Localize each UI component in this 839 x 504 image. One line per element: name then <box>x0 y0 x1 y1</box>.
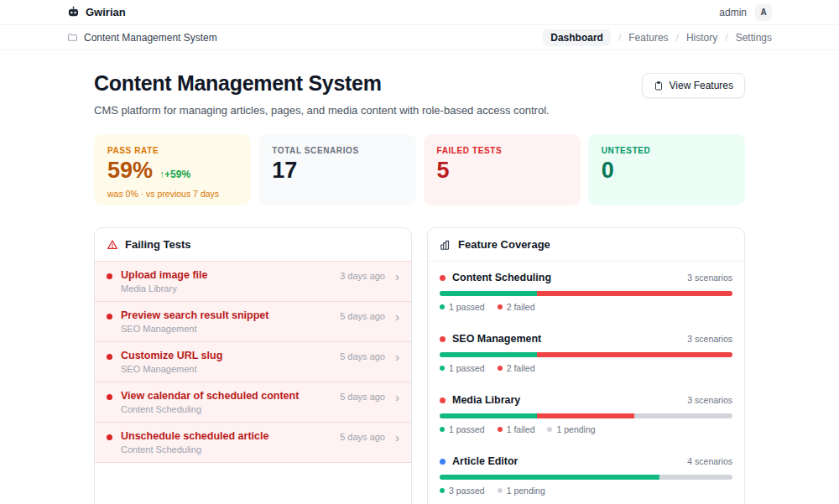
legend-label: 1 passed <box>449 363 485 373</box>
coverage-bar-segment <box>537 291 732 296</box>
failing-test-item[interactable]: Unschedule scheduled article Content Sch… <box>95 422 411 463</box>
feature-scenario-count: 4 scenarios <box>687 456 732 466</box>
failing-test-feature: Media Library <box>121 283 340 294</box>
failing-test-feature: SEO Management <box>121 324 340 334</box>
failing-test-item[interactable]: Customize URL slug SEO Management 5 days… <box>95 341 411 382</box>
nav-separator: / <box>725 32 727 44</box>
coverage-row: SEO Management 3 scenarios 1 passed2 fai… <box>428 323 744 384</box>
nav-separator: / <box>676 32 679 44</box>
legend-dot-icon <box>498 366 503 371</box>
chevron-right-icon: › <box>395 431 399 444</box>
avatar[interactable]: A <box>755 4 772 21</box>
breadcrumb[interactable]: Content Management System <box>67 32 217 44</box>
legend-dot-icon <box>440 304 445 309</box>
coverage-bar-segment <box>440 413 537 418</box>
feature-status-dot-icon <box>440 397 446 403</box>
coverage-legend: 1 passed2 failed <box>440 302 732 312</box>
stat-label: PASS RATE <box>107 146 237 155</box>
failing-tests-list: Upload image file Media Library 3 days a… <box>95 261 411 463</box>
brand[interactable]: Gwirian <box>67 6 126 18</box>
folder-icon <box>67 32 78 43</box>
stat-card-failed-tests: FAILED TESTS 5 <box>424 134 581 205</box>
stat-value: 59% <box>107 158 153 184</box>
chevron-right-icon: › <box>395 310 399 323</box>
stat-label: UNTESTED <box>602 146 732 155</box>
chevron-right-icon: › <box>395 391 399 403</box>
failing-test-time: 5 days ago <box>340 311 385 321</box>
feature-coverage-list: Content Scheduling 3 scenarios 1 passed2… <box>428 262 744 504</box>
coverage-bar-segment <box>537 352 732 357</box>
failed-status-dot-icon <box>107 314 112 320</box>
legend-item: 2 failed <box>498 363 535 373</box>
coverage-legend: 3 passed1 pending <box>440 486 732 496</box>
nav-history[interactable]: History <box>686 32 717 44</box>
feature-status-dot-icon <box>440 275 446 281</box>
coverage-bar-segment <box>440 352 537 357</box>
failing-test-item[interactable]: Preview search result snippet SEO Manage… <box>95 301 411 341</box>
legend-item: 3 passed <box>440 486 485 496</box>
failing-test-item[interactable]: Upload image file Media Library 3 days a… <box>95 261 411 301</box>
feature-status-dot-icon <box>440 336 446 342</box>
legend-item: 1 passed <box>440 424 485 434</box>
legend-dot-icon <box>498 304 503 309</box>
feature-scenario-count: 3 scenarios <box>687 395 732 405</box>
legend-item: 2 failed <box>498 302 535 312</box>
failing-test-name: Upload image file <box>121 269 340 281</box>
view-features-button[interactable]: View Features <box>642 73 745 98</box>
stat-card-total-scenarios: TOTAL SCENARIOS 17 <box>258 134 415 205</box>
stat-value: 0 <box>602 158 614 184</box>
legend-dot-icon <box>440 488 445 493</box>
coverage-progress-bar <box>440 475 732 480</box>
legend-label: 2 failed <box>507 302 535 312</box>
feature-scenario-count: 3 scenarios <box>687 273 732 283</box>
legend-item: 1 failed <box>498 424 535 434</box>
coverage-row: Content Scheduling 3 scenarios 1 passed2… <box>428 262 744 323</box>
nav-settings[interactable]: Settings <box>736 32 772 44</box>
sub-bar: Content Management System Dashboard / Fe… <box>0 25 839 50</box>
legend-label: 1 failed <box>507 424 535 434</box>
bar-chart-icon <box>440 239 451 251</box>
failing-test-time: 5 days ago <box>340 351 385 361</box>
failed-status-dot-icon <box>107 394 112 400</box>
failing-test-name: Unschedule scheduled article <box>121 430 340 442</box>
legend-item: 1 pending <box>547 424 595 434</box>
warning-triangle-icon <box>107 239 118 251</box>
coverage-bar-segment <box>537 413 634 418</box>
legend-dot-icon <box>498 488 503 493</box>
failing-test-item[interactable]: View calendar of scheduled content Conte… <box>95 382 411 422</box>
legend-dot-icon <box>547 427 552 432</box>
feature-name: SEO Management <box>452 333 680 345</box>
failing-test-name: Preview search result snippet <box>121 309 340 321</box>
failing-test-feature: Content Scheduling <box>121 404 340 414</box>
failing-test-time: 5 days ago <box>340 432 385 442</box>
stat-label: FAILED TESTS <box>437 146 567 155</box>
coverage-progress-bar <box>440 413 732 418</box>
breadcrumb-label: Content Management System <box>84 32 217 44</box>
robot-logo-icon <box>67 6 80 18</box>
feature-status-dot-icon <box>440 459 446 465</box>
legend-dot-icon <box>498 427 503 432</box>
failing-test-name: View calendar of scheduled content <box>121 390 340 402</box>
coverage-legend: 1 passed2 failed <box>440 363 732 373</box>
coverage-bar-segment <box>440 291 537 296</box>
legend-label: 1 pending <box>556 424 595 434</box>
failed-status-dot-icon <box>107 434 112 440</box>
nav-dashboard[interactable]: Dashboard <box>543 29 611 46</box>
nav-features[interactable]: Features <box>628 32 668 44</box>
stat-value: 5 <box>437 158 450 184</box>
feature-coverage-header: Feature Coverage <box>428 228 744 262</box>
stat-card-untested: UNTESTED 0 <box>588 134 745 205</box>
legend-label: 3 passed <box>449 486 485 496</box>
clipboard-icon <box>654 81 664 91</box>
legend-label: 1 pending <box>507 486 545 496</box>
legend-item: 1 passed <box>440 363 485 373</box>
view-features-label: View Features <box>670 80 733 91</box>
coverage-bar-segment <box>440 475 659 480</box>
failing-tests-header: Failing Tests <box>95 228 411 261</box>
coverage-row: Article Editor 4 scenarios 3 passed1 pen… <box>428 445 744 504</box>
feature-name: Content Scheduling <box>452 272 680 283</box>
main-content: Content Management System CMS platform f… <box>94 50 745 504</box>
failed-status-dot-icon <box>107 354 112 360</box>
top-bar: Gwirian admin A <box>0 0 839 25</box>
failed-status-dot-icon <box>107 273 112 279</box>
